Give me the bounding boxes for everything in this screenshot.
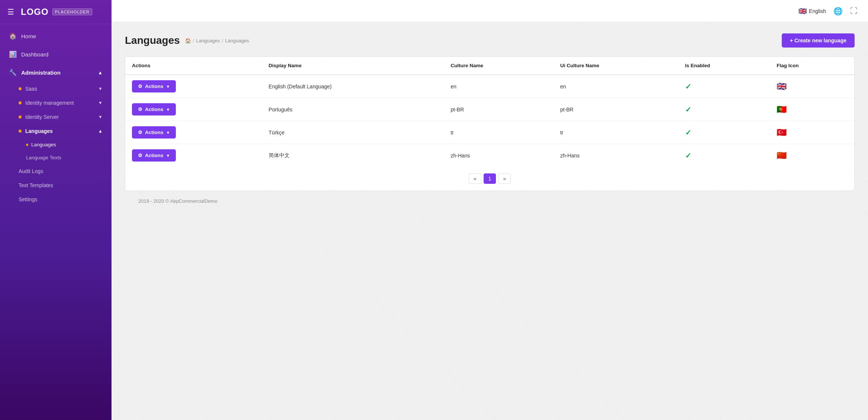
col-header-is-enabled: Is Enabled <box>678 57 770 75</box>
dot-identity-mgmt <box>19 101 22 104</box>
cell-display-name-2: Português <box>262 98 444 121</box>
create-language-button[interactable]: + Create new language <box>782 33 855 48</box>
col-header-culture-name: Culture Name <box>444 57 554 75</box>
chevron-saas: ▼ <box>98 86 103 91</box>
sidebar-item-home[interactable]: 🏠 Home <box>0 27 112 45</box>
breadcrumb-sep-1: / <box>193 38 194 43</box>
logo-text: LOGO <box>21 7 49 17</box>
cell-display-name-3: Türkçe <box>262 121 444 144</box>
breadcrumb-sep-2: / <box>222 38 223 43</box>
sidebar-item-identity-server-label: Identity Server <box>25 114 59 120</box>
cell-is-enabled-1: ✓ <box>678 75 770 98</box>
page-title-area: Languages 🏠 / Languages / Languages <box>125 35 249 46</box>
cell-display-name-4: 简体中文 <box>262 144 444 167</box>
actions-button-4[interactable]: ⚙ Actions ▼ <box>132 149 176 162</box>
caret-icon-2: ▼ <box>166 107 170 112</box>
sidebar: ☰ LOGO PLACEHOLDER 🏠 Home 📊 Dashboard 🔧 … <box>0 0 112 420</box>
language-flag-icon: 🇬🇧 <box>798 7 807 15</box>
cell-actions-2: ⚙ Actions ▼ <box>125 98 262 121</box>
actions-label-1: Actions <box>145 84 164 89</box>
dot-languages <box>19 130 22 133</box>
pagination-next[interactable]: » <box>498 173 511 184</box>
sidebar-item-audit-logs[interactable]: Audit Logs <box>0 164 112 178</box>
gear-icon-4: ⚙ <box>138 153 142 158</box>
table-row: ⚙ Actions ▼ Türkçe tr tr ✓ 🇹🇷 <box>125 121 854 144</box>
table-container: Actions Display Name Culture Name Ui Cul… <box>125 56 855 191</box>
cell-actions-4: ⚙ Actions ▼ <box>125 144 262 167</box>
language-selector[interactable]: 🇬🇧 English <box>798 7 826 15</box>
wrench-icon: 🔧 <box>9 69 17 76</box>
sidebar-header: ☰ LOGO PLACEHOLDER <box>0 0 112 24</box>
cell-ui-culture-name-1: en <box>554 75 678 98</box>
pagination-page-1[interactable]: 1 <box>484 173 496 184</box>
flag-pt: 🇵🇹 <box>777 105 787 114</box>
dashboard-icon: 📊 <box>9 51 17 58</box>
cell-is-enabled-2: ✓ <box>678 98 770 121</box>
col-header-flag-icon: Flag Icon <box>770 57 854 75</box>
cell-flag-3: 🇹🇷 <box>770 121 854 144</box>
cell-flag-4: 🇨🇳 <box>770 144 854 167</box>
table-body: ⚙ Actions ▼ English (Default Language) e… <box>125 75 854 167</box>
cell-ui-culture-name-2: pt-BR <box>554 98 678 121</box>
fullscreen-icon[interactable]: ⛶ <box>850 7 858 15</box>
sidebar-item-languages-sub[interactable]: Languages <box>0 138 112 151</box>
breadcrumb-languages-2: Languages <box>225 38 249 43</box>
cell-is-enabled-3: ✓ <box>678 121 770 144</box>
caret-icon-4: ▼ <box>166 153 170 158</box>
sidebar-item-language-texts-label: Language Texts <box>26 155 61 160</box>
cell-ui-culture-name-3: tr <box>554 121 678 144</box>
cell-ui-culture-name-4: zh-Hans <box>554 144 678 167</box>
chevron-identity-server: ▼ <box>98 114 103 120</box>
sidebar-item-dashboard-label: Dashboard <box>21 51 48 58</box>
gear-icon-2: ⚙ <box>138 107 142 112</box>
cell-display-name-1: English (Default Language) <box>262 75 444 98</box>
sidebar-item-administration[interactable]: 🔧 Administration ▲ <box>0 64 112 82</box>
sidebar-item-saas-label: Saas <box>25 86 37 92</box>
globe-icon[interactable]: 🌐 <box>833 7 843 16</box>
check-icon-3: ✓ <box>685 128 691 137</box>
sidebar-item-languages[interactable]: Languages ▲ <box>0 124 112 138</box>
breadcrumb: 🏠 / Languages / Languages <box>185 38 249 43</box>
logo-placeholder: PLACEHOLDER <box>52 9 92 15</box>
caret-icon-1: ▼ <box>166 84 170 89</box>
actions-button-2[interactable]: ⚙ Actions ▼ <box>132 103 176 115</box>
cell-is-enabled-4: ✓ <box>678 144 770 167</box>
home-icon: 🏠 <box>9 32 17 40</box>
sidebar-item-home-label: Home <box>21 33 36 39</box>
hamburger-icon[interactable]: ☰ <box>7 7 14 16</box>
sidebar-item-settings-label: Settings <box>19 196 38 202</box>
page-header: Languages 🏠 / Languages / Languages + Cr… <box>125 33 855 48</box>
sidebar-item-language-texts[interactable]: Language Texts <box>0 151 112 164</box>
breadcrumb-languages: Languages <box>196 38 220 43</box>
main-content-area: 🇬🇧 English 🌐 ⛶ Languages 🏠 / Languages /… <box>112 0 868 420</box>
cell-actions-3: ⚙ Actions ▼ <box>125 121 262 144</box>
sidebar-item-identity-server[interactable]: Identity Server ▼ <box>0 110 112 124</box>
sidebar-item-languages-label: Languages <box>25 128 53 134</box>
sidebar-item-dashboard[interactable]: 📊 Dashboard <box>0 45 112 64</box>
gear-icon-3: ⚙ <box>138 130 142 135</box>
dot-identity-server <box>19 115 22 118</box>
sidebar-item-identity-management[interactable]: Identity management ▼ <box>0 96 112 110</box>
pagination: « 1 » <box>125 167 854 191</box>
cell-flag-1: 🇬🇧 <box>770 75 854 98</box>
sidebar-item-administration-label: Administration <box>21 69 61 76</box>
content: Languages 🏠 / Languages / Languages + Cr… <box>112 22 868 420</box>
gear-icon-1: ⚙ <box>138 84 142 89</box>
sidebar-item-text-templates[interactable]: Text Templates <box>0 178 112 192</box>
cell-culture-name-1: en <box>444 75 554 98</box>
page-title: Languages <box>125 35 180 46</box>
dot-languages-sub <box>26 144 28 146</box>
flag-tr: 🇹🇷 <box>777 128 787 137</box>
check-icon-4: ✓ <box>685 152 691 160</box>
flag-zh: 🇨🇳 <box>777 151 787 160</box>
sidebar-item-settings[interactable]: Settings <box>0 192 112 206</box>
actions-label-4: Actions <box>145 153 164 158</box>
dot-saas <box>19 87 22 90</box>
actions-label-2: Actions <box>145 107 164 112</box>
sidebar-item-audit-logs-label: Audit Logs <box>19 168 43 174</box>
pagination-prev[interactable]: « <box>469 173 481 184</box>
sidebar-item-saas[interactable]: Saas ▼ <box>0 82 112 96</box>
col-header-display-name: Display Name <box>262 57 444 75</box>
actions-button-3[interactable]: ⚙ Actions ▼ <box>132 126 176 139</box>
actions-button-1[interactable]: ⚙ Actions ▼ <box>132 80 176 92</box>
